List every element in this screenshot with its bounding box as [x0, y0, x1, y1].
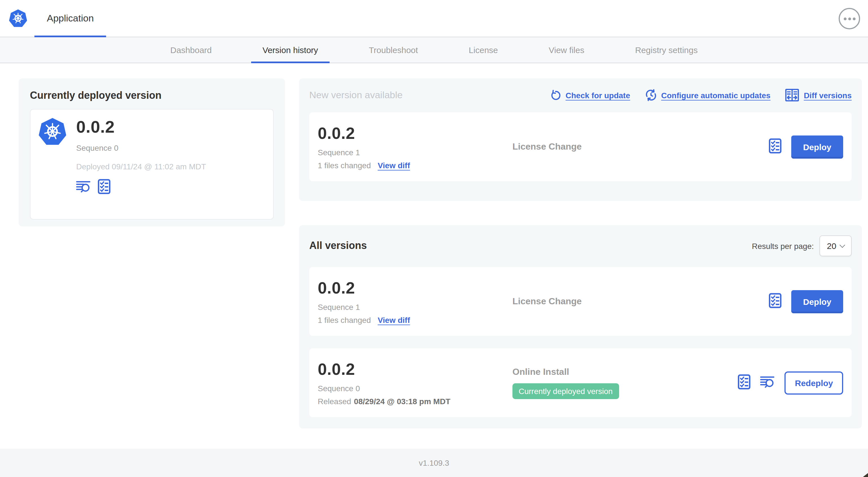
app-tab-label: Application	[47, 13, 94, 24]
refresh-icon	[550, 89, 561, 101]
version-source: License Change	[513, 142, 769, 152]
tab-troubleshoot[interactable]: Troubleshoot	[358, 37, 429, 63]
files-changed: 1 files changed	[318, 316, 371, 325]
version-row: 0.0.2 Sequence 1 1 files changed View di…	[309, 267, 851, 336]
new-version-card: 0.0.2 Sequence 1 1 files changed View di…	[309, 112, 851, 181]
version-sequence: Sequence 1	[318, 148, 513, 157]
results-per-page-label: Results per page:	[752, 241, 814, 250]
ellipsis-icon	[843, 17, 846, 20]
version-number: 0.0.2	[318, 278, 513, 297]
tab-dashboard[interactable]: Dashboard	[159, 37, 223, 63]
current-version-card: 0.0.2 Sequence 0 Deployed 09/11/24 @ 11:…	[30, 109, 274, 219]
version-number: 0.0.2	[318, 360, 513, 379]
version-sequence: Sequence 1	[318, 303, 513, 311]
current-version-sequence: Sequence 0	[76, 143, 206, 152]
view-diff-link[interactable]: View diff	[378, 161, 410, 170]
clock-refresh-icon	[645, 89, 657, 101]
checklist-icon	[769, 293, 782, 310]
logs-icon	[76, 180, 91, 195]
current-version-number: 0.0.2	[76, 117, 206, 137]
current-version-panel: Currently deployed version	[19, 79, 285, 226]
files-changed: 1 files changed	[318, 161, 371, 170]
right-column: New version available Check for update	[299, 79, 862, 428]
preflight-checks-button[interactable]	[769, 138, 782, 155]
chevron-down-icon	[839, 242, 845, 248]
current-version-deployed-date: Deployed 09/11/24 @ 11:02 am MDT	[76, 162, 206, 171]
tab-view-files[interactable]: View files	[537, 37, 596, 63]
kubernetes-logo-icon	[8, 9, 28, 28]
nav-tabs: Dashboard Version history Troubleshoot L…	[0, 37, 868, 63]
released-date: 08/29/24 @ 03:18 pm MDT	[354, 397, 451, 406]
kots-version: v1.109.3	[419, 458, 449, 468]
version-number: 0.0.2	[318, 124, 513, 143]
deploy-logs-button[interactable]	[76, 180, 91, 195]
main-content: Currently deployed version	[0, 63, 868, 428]
version-sequence: Sequence 0	[318, 384, 513, 393]
redeploy-button[interactable]: Redeploy	[785, 371, 843, 394]
preflight-checks-button[interactable]	[738, 374, 751, 391]
preflight-checks-button[interactable]	[769, 293, 782, 310]
checklist-icon	[98, 179, 111, 196]
logs-icon	[761, 376, 775, 390]
deploy-logs-button[interactable]	[761, 376, 775, 390]
released-label: Released	[318, 397, 351, 406]
diff-icon	[785, 89, 799, 101]
version-source: License Change	[513, 296, 769, 306]
version-source: Online Install	[513, 367, 738, 377]
checklist-icon	[769, 138, 782, 155]
app-footer: v1.109.3	[0, 449, 868, 477]
configure-automatic-updates-link[interactable]: Configure automatic updates	[645, 89, 770, 101]
all-versions-title: All versions	[309, 240, 367, 252]
new-version-panel: New version available Check for update	[299, 79, 862, 201]
diff-versions-link[interactable]: Diff versions	[785, 89, 851, 101]
tab-license[interactable]: License	[458, 37, 509, 63]
check-for-update-link[interactable]: Check for update	[550, 89, 630, 101]
checklist-icon	[738, 374, 751, 391]
view-diff-link[interactable]: View diff	[378, 316, 410, 325]
all-versions-panel: All versions Results per page: 20 0.0.2 …	[299, 225, 862, 428]
app-window: Application Dashboard Version history Tr…	[0, 0, 868, 477]
results-per-page-select[interactable]: 20	[819, 235, 851, 256]
app-tab-application[interactable]: Application	[34, 0, 106, 37]
deploy-button[interactable]: Deploy	[791, 290, 843, 313]
app-header: Application	[0, 0, 868, 37]
tab-version-history[interactable]: Version history	[251, 37, 329, 63]
more-menu-button[interactable]	[839, 8, 860, 29]
currently-deployed-badge: Currently deployed version	[513, 383, 619, 399]
tab-registry-settings[interactable]: Registry settings	[624, 37, 709, 63]
deploy-button[interactable]: Deploy	[791, 135, 843, 158]
new-version-title: New version available	[309, 89, 403, 101]
kubernetes-app-icon	[38, 117, 67, 149]
brand: Application	[8, 0, 106, 37]
version-row: 0.0.2 Sequence 0 Released 08/29/24 @ 03:…	[309, 348, 851, 417]
current-version-title: Currently deployed version	[30, 90, 274, 101]
preflight-checks-button[interactable]	[98, 179, 111, 196]
